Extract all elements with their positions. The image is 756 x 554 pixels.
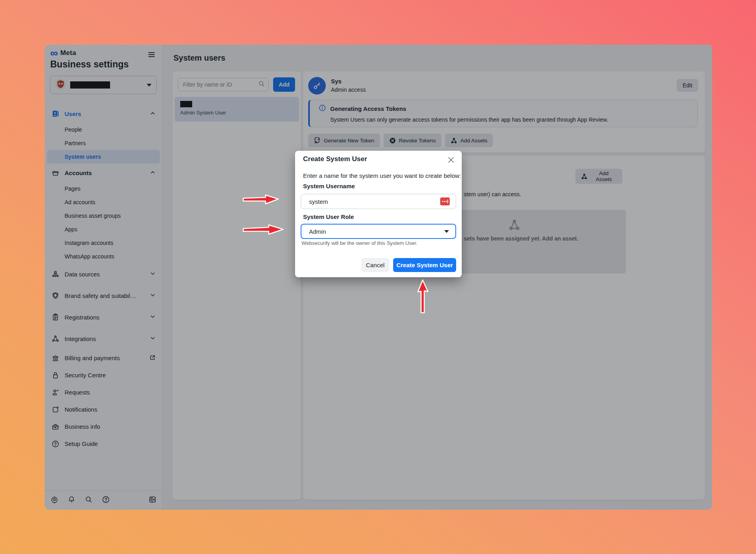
chevron-down-icon bbox=[150, 335, 156, 343]
meta-infinity-icon: ∞ bbox=[50, 48, 58, 58]
sidebar-item-requests[interactable]: Requests bbox=[45, 384, 162, 401]
sidebar-item-notifications[interactable]: Notifications bbox=[45, 401, 162, 418]
cancel-button[interactable]: Cancel bbox=[361, 258, 389, 272]
redacted-business-name bbox=[70, 81, 110, 89]
edit-button[interactable]: Edit bbox=[677, 79, 698, 92]
page-title: Business settings bbox=[50, 59, 129, 70]
revoke-icon bbox=[389, 137, 396, 144]
sidebar-item-business-info[interactable]: Business info bbox=[45, 418, 162, 435]
sidebar-item-whatsapp-accounts[interactable]: WhatsApp accounts bbox=[45, 250, 162, 263]
assets-icon bbox=[508, 219, 521, 233]
hamburger-menu-icon[interactable] bbox=[147, 50, 156, 59]
info-body: System Users can only generate access to… bbox=[330, 116, 692, 123]
sidebar-item-people[interactable]: People bbox=[45, 123, 162, 136]
collapse-sidebar-icon[interactable] bbox=[148, 495, 157, 505]
generate-new-token-button[interactable]: Generate New Token bbox=[308, 134, 380, 147]
accounts-icon bbox=[51, 168, 60, 177]
sidebar-section-accounts[interactable]: Accounts bbox=[45, 164, 162, 182]
sidebar-group-brand-safety[interactable]: Brand safety and suitabil… bbox=[45, 285, 162, 306]
integrations-icon bbox=[51, 334, 60, 343]
chevron-down-icon bbox=[150, 270, 156, 278]
refresh-icon bbox=[314, 137, 321, 144]
sidebar-item-ad-accounts[interactable]: Ad accounts bbox=[45, 195, 162, 209]
business-avatar bbox=[55, 79, 66, 91]
sidebar-group-integrations[interactable]: Integrations bbox=[45, 328, 162, 349]
password-manager-icon[interactable] bbox=[440, 197, 450, 205]
sidebar-item-billing[interactable]: Billing and payments bbox=[45, 349, 162, 367]
search-icon[interactable] bbox=[85, 495, 93, 505]
list-item-subtitle: Admin System User bbox=[180, 110, 299, 116]
filter-field bbox=[178, 78, 269, 91]
sidebar-item-apps[interactable]: Apps bbox=[45, 223, 162, 236]
sidebar-item-pages[interactable]: Pages bbox=[45, 182, 162, 195]
briefcase-icon bbox=[51, 422, 60, 431]
sidebar-section-users[interactable]: Users bbox=[45, 104, 162, 123]
sidebar-item-system-users[interactable]: System users bbox=[47, 150, 160, 164]
bank-icon bbox=[51, 354, 60, 363]
users-icon bbox=[51, 109, 60, 118]
role-label: System User Role bbox=[303, 213, 354, 220]
person-check-icon bbox=[51, 388, 60, 397]
sidebar-group-registrations[interactable]: Registrations bbox=[45, 306, 162, 328]
data-sources-icon bbox=[51, 270, 60, 278]
system-username-input[interactable] bbox=[301, 194, 456, 209]
gear-icon[interactable] bbox=[50, 495, 59, 505]
filter-input[interactable] bbox=[183, 81, 258, 88]
chevron-up-icon bbox=[150, 169, 156, 177]
chevron-down-icon bbox=[147, 84, 152, 87]
info-title: Generating Access Tokens bbox=[330, 105, 406, 112]
assets-icon bbox=[451, 137, 457, 144]
username-label: System Username bbox=[303, 183, 355, 189]
sidebar-item-business-asset-groups[interactable]: Business asset groups bbox=[45, 209, 162, 223]
system-users-list-panel: Add Admin System User bbox=[173, 71, 301, 500]
generating-tokens-info: Generating Access Tokens System Users ca… bbox=[308, 100, 698, 127]
lock-icon bbox=[51, 371, 60, 380]
sidebar-nav: Users People Partners System users Accou… bbox=[45, 104, 162, 452]
assets-access-text: stem user) can access. bbox=[464, 191, 521, 197]
role-value: Admin bbox=[309, 228, 326, 235]
system-user-name: Sys bbox=[331, 78, 342, 85]
brand-name: Meta bbox=[60, 49, 76, 57]
chevron-down-icon bbox=[150, 292, 156, 300]
clipboard-icon bbox=[51, 313, 60, 321]
chevron-down-icon bbox=[150, 313, 156, 321]
assets-empty-text: sets have been assigned yet. Add an asse… bbox=[464, 235, 578, 242]
sidebar-label: Users bbox=[65, 110, 81, 117]
add-assets-button[interactable]: Add Assets bbox=[445, 134, 493, 147]
sidebar-item-setup-guide[interactable]: Setup Guide bbox=[45, 435, 162, 452]
sidebar-item-instagram-accounts[interactable]: Instagram accounts bbox=[45, 236, 162, 250]
sidebar: ∞ Meta Business settings bbox=[45, 45, 163, 510]
revoke-tokens-button[interactable]: Revoke Tokens bbox=[384, 134, 441, 147]
meta-logo: ∞ Meta bbox=[50, 48, 76, 58]
notifications-icon bbox=[51, 405, 60, 414]
create-system-user-button[interactable]: Create System User bbox=[393, 258, 456, 272]
sidebar-item-security-centre[interactable]: Security Centre bbox=[45, 367, 162, 384]
bell-icon[interactable] bbox=[67, 495, 76, 505]
app-window: ∞ Meta Business settings bbox=[45, 45, 712, 510]
main-content: System users Add Admin System User bbox=[163, 45, 712, 510]
sidebar-group-data-sources[interactable]: Data sources bbox=[45, 263, 162, 285]
shield-icon bbox=[51, 291, 60, 300]
create-system-user-modal: Create System User Enter a name for the … bbox=[295, 151, 462, 277]
token-actions: Generate New Token Revoke Tokens Add Ass… bbox=[308, 134, 493, 147]
system-user-detail-panel: Sys Admin access Edit Generating Access … bbox=[303, 71, 705, 153]
system-user-list-item[interactable]: Admin System User bbox=[175, 97, 299, 122]
add-assets-button[interactable]: Add Assets bbox=[575, 169, 622, 184]
external-link-icon bbox=[149, 354, 156, 362]
search-icon bbox=[258, 80, 265, 89]
business-account-selector[interactable] bbox=[50, 76, 157, 94]
add-system-user-button[interactable]: Add bbox=[273, 77, 295, 92]
system-user-role-select[interactable]: Admin bbox=[301, 224, 456, 239]
assets-icon bbox=[581, 173, 587, 180]
system-user-avatar bbox=[308, 77, 326, 95]
sidebar-item-partners[interactable]: Partners bbox=[45, 136, 162, 150]
key-icon bbox=[312, 81, 322, 91]
close-icon[interactable] bbox=[447, 156, 455, 164]
system-user-access: Admin access bbox=[331, 87, 366, 93]
owner-note: Websecurify will be the owner of this Sy… bbox=[301, 240, 417, 246]
chevron-up-icon bbox=[150, 110, 156, 118]
modal-intro-text: Enter a name for the system user you wan… bbox=[303, 172, 461, 179]
info-icon bbox=[319, 104, 326, 113]
question-circle-icon bbox=[51, 440, 60, 448]
help-icon[interactable] bbox=[102, 495, 110, 505]
